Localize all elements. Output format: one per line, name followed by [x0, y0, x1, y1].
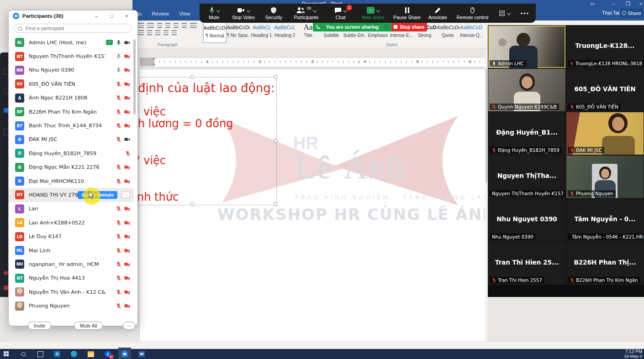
- strip-icon-red[interactable]: [4, 271, 8, 275]
- taskbar-start-button[interactable]: [3, 350, 10, 358]
- participant-row[interactable]: ĐĐạt Mai_HRHCMK110: [9, 174, 134, 188]
- multilevel-icon[interactable]: [157, 23, 162, 28]
- sort-icon[interactable]: [174, 23, 179, 28]
- indent-marker-icon[interactable]: [152, 63, 156, 65]
- mute-all-button[interactable]: Mute All: [74, 322, 103, 330]
- panel-maximize-icon[interactable]: □: [106, 13, 117, 19]
- participant-row[interactable]: LLan: [9, 202, 134, 216]
- style--no-spac-[interactable]: AaBbCcDd ¶ No Spac...: [227, 22, 250, 43]
- video-tile[interactable]: TruongLe-K128...TruongLe-K128 HRONL-3618: [566, 25, 644, 68]
- toolbar-annotate-button[interactable]: Annotate: [424, 4, 452, 23]
- style-heading-2[interactable]: AaBbCcL Heading 2: [273, 22, 296, 43]
- chevron-down-icon[interactable]: [507, 11, 510, 15]
- indent-marker-icon[interactable]: [152, 58, 156, 60]
- toolbar-remote-control-button[interactable]: Remote control: [452, 4, 493, 23]
- video-tile[interactable]: 605_ĐỖ VĂN TIẾN605_ĐỖ VĂN TIẾN: [566, 68, 644, 112]
- account-name[interactable]: Thai Tai: [602, 10, 619, 16]
- style-heading-1[interactable]: AaBbC( Heading 1: [250, 22, 273, 43]
- toolbar-participants-button[interactable]: 30 Participants: [287, 4, 325, 23]
- participant-row[interactable]: ĐĐặng Huyền_B182H_7859: [9, 146, 134, 160]
- taskbar-word-button[interactable]: W: [138, 350, 145, 358]
- toolbar-view-grid-button[interactable]: [493, 4, 516, 23]
- participant-row[interactable]: LALan Anh+K188+0522: [9, 216, 134, 229]
- toolbar-new-share-button[interactable]: ↑ New share: [356, 4, 390, 23]
- video-tile[interactable]: ĐAK MI JSC: [566, 112, 644, 155]
- selection-handle[interactable]: [190, 202, 194, 206]
- participant-row[interactable]: BTBanh Thuc Trinh_K144_8734: [9, 119, 134, 132]
- pilcrow-icon[interactable]: [182, 23, 187, 28]
- chevron-down-icon[interactable]: [376, 8, 380, 12]
- video-tile[interactable]: Tâm Nguyễn - 0...Tâm Nguyễn - 0546 - K22…: [566, 198, 644, 242]
- participant-row[interactable]: ALAdmin LHC (Host, me)↑: [9, 36, 134, 49]
- participant-row[interactable]: ĐĐAK MI JSC: [9, 133, 134, 146]
- participant-row[interactable]: ĐĐặng Ngọc Mẫn K221 2276: [9, 161, 134, 174]
- selection-handle[interactable]: [274, 139, 278, 143]
- toolbar-pause-share-button[interactable]: Pause Share: [390, 4, 423, 23]
- footer-more-button[interactable]: ···: [123, 322, 135, 330]
- indent-icon[interactable]: [165, 23, 170, 28]
- style--normal[interactable]: AaBbCcDd ¶ Normal: [203, 22, 227, 43]
- style-intense-q-[interactable]: AaBbCcD Intense Q...: [459, 22, 483, 43]
- video-tile[interactable]: Admin LHC: [488, 25, 566, 68]
- align-center-icon[interactable]: [137, 30, 144, 35]
- shading-icon[interactable]: [164, 30, 169, 35]
- video-tile[interactable]: Nguyen ThịTha...Nguyen ThịThanh Huyền K1…: [488, 155, 566, 198]
- taskbar-task-view-button[interactable]: [37, 350, 44, 358]
- taskbar-clock[interactable]: 7:12 PM 18-May-2: [624, 349, 642, 359]
- chevron-down-icon[interactable]: [313, 8, 317, 12]
- participant-row[interactable]: HTHOANG THI VY 2794Ask to Unmute ···: [9, 188, 134, 202]
- minimize-icon[interactable]: –: [608, 1, 618, 6]
- taskbar-edge-button[interactable]: [70, 350, 78, 358]
- taskbar-search-button[interactable]: [20, 350, 27, 358]
- tab-review[interactable]: Review: [152, 11, 169, 16]
- word-share-button[interactable]: Share: [620, 8, 643, 18]
- participant-row[interactable]: NNNhu Nguyet 0390: [9, 63, 134, 77]
- selection-handle[interactable]: [274, 202, 278, 206]
- participant-more-button[interactable]: ···: [121, 192, 130, 198]
- taskbar-explorer-button[interactable]: [87, 350, 95, 358]
- video-tile[interactable]: Phuong Nguyen: [566, 155, 644, 198]
- toolbar-chat-button[interactable]: Chat 2: [325, 4, 356, 23]
- participant-row[interactable]: NTNguyễn Thị Hoa 4413: [9, 271, 134, 285]
- borders-icon[interactable]: [172, 30, 177, 35]
- taskbar-outlook-button[interactable]: O: [53, 350, 61, 358]
- chevron-down-icon[interactable]: [247, 8, 250, 12]
- panel-minimize-icon[interactable]: –: [90, 13, 102, 19]
- participant-row[interactable]: BPB226H Phan Thị Kim Ngân: [9, 105, 134, 119]
- participant-search[interactable]: [14, 24, 132, 33]
- panel-close-icon[interactable]: ×: [121, 13, 132, 19]
- participant-row[interactable]: Nguyễn Thị Vân Anh - K12 C&B Chuyên Sâ..…: [9, 285, 134, 299]
- numbering-icon[interactable]: [147, 23, 154, 28]
- tab-view[interactable]: View: [179, 11, 190, 16]
- chevron-down-icon[interactable]: [216, 8, 220, 12]
- toolbar-mute-button[interactable]: Mute: [201, 4, 227, 23]
- toolbar-more-button[interactable]: •••: [516, 4, 534, 23]
- align-left-icon[interactable]: [190, 23, 197, 28]
- participant-row[interactable]: NTNguyen ThịThanh Huyền K157 5832: [9, 49, 134, 63]
- bullets-icon[interactable]: [137, 23, 144, 28]
- video-tile[interactable]: Đặng Huyền_B1...Đặng Huyền_B182H_7859: [488, 112, 566, 155]
- participant-row[interactable]: NHnganphan_ Hr admin_ HCM: [9, 257, 134, 271]
- selection-handle[interactable]: [274, 75, 278, 79]
- participant-list-scrollbar[interactable]: [133, 39, 136, 114]
- restore-icon[interactable]: ❐: [623, 1, 633, 7]
- stop-share-button[interactable]: Stop share: [391, 22, 427, 31]
- invite-button[interactable]: Invite: [28, 322, 51, 330]
- participant-row[interactable]: MLMai Linh: [9, 244, 134, 257]
- search-input[interactable]: [25, 25, 118, 31]
- toolbar-stop-video-button[interactable]: Stop Video: [227, 4, 260, 23]
- line-spacing-icon[interactable]: [155, 30, 160, 35]
- participant-row[interactable]: ÁÁnh Ngọc B221H 1808: [9, 91, 134, 105]
- style-quote[interactable]: AaBbCcDd Quote: [436, 22, 459, 43]
- align-right-icon[interactable]: [147, 30, 152, 35]
- ribbon-options-icon[interactable]: ▭: [587, 1, 597, 7]
- toolbar-security-button[interactable]: Security: [260, 4, 287, 23]
- video-tile[interactable]: B226H Phan Thị...B226H Phan Thị Kim Ngân: [566, 242, 644, 285]
- close-icon[interactable]: ×: [636, 1, 644, 6]
- participant-row[interactable]: LDLê Duy K147: [9, 229, 134, 243]
- participant-row[interactable]: 6V605_ĐỖ VĂN TIẾN: [9, 77, 134, 91]
- video-tile[interactable]: Quynh Nguyen K199C&B: [488, 68, 566, 112]
- video-tile[interactable]: Nhu Nguyet 0390Nhu Nguyet 0390: [488, 198, 566, 242]
- selection-handle[interactable]: [190, 75, 194, 79]
- taskbar-zalo-button[interactable]: Z5+: [104, 350, 111, 358]
